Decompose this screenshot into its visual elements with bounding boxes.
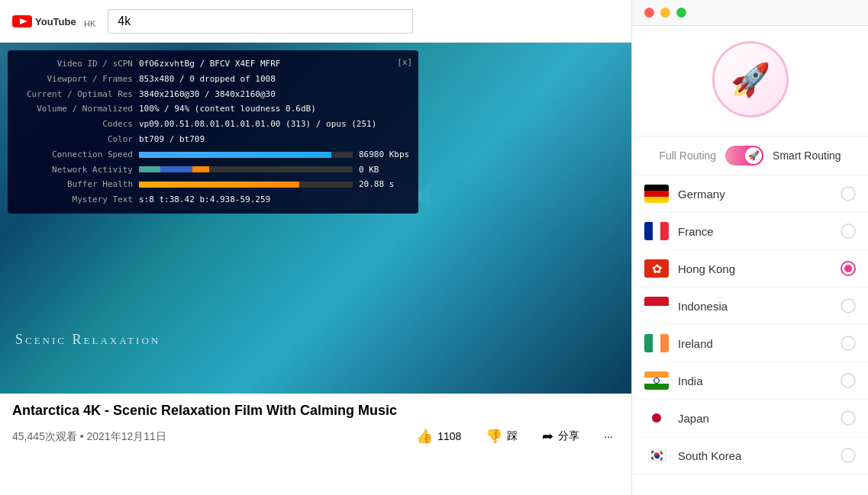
country-item-japan[interactable]: Japan — [632, 400, 868, 437]
stats-value-volume: 100% / 94% (content loudness 0.6dB) — [139, 101, 316, 117]
radio-indonesia[interactable] — [841, 298, 856, 313]
stats-label-network: Network Activity — [17, 162, 139, 178]
radio-germany[interactable] — [841, 186, 856, 201]
conn-bar-fill — [139, 152, 331, 158]
country-name-hong-kong: Hong Kong — [678, 262, 831, 275]
rocket-icon: 🚀 — [731, 61, 770, 98]
country-name-indonesia: Indonesia — [678, 300, 831, 313]
window-controls — [632, 0, 868, 26]
stats-label-connspeed: Connection Speed — [17, 147, 139, 162]
flag-hong-kong: ✿ — [644, 259, 669, 278]
routing-toggle[interactable]: 🚀 — [725, 146, 763, 166]
flag-germany — [644, 185, 669, 203]
scenic-relaxation-logo: Scenic Relaxation — [15, 332, 160, 348]
network-bar-bg — [139, 166, 353, 172]
stats-row-codecs: Codecs vp09.00.51.08.01.01.01.01.00 (313… — [17, 117, 409, 132]
stats-row-connspeed: Connection Speed 86980 Kbps — [17, 147, 409, 162]
stats-label-volume: Volume / Normalized — [17, 101, 139, 117]
more-button[interactable]: ··· — [598, 427, 619, 445]
conn-bar-bg — [139, 152, 353, 158]
flag-france — [644, 222, 669, 240]
routing-toggle-row: Full Routing 🚀 Smart Routing — [632, 137, 868, 175]
stats-close-btn[interactable]: [x] — [397, 55, 412, 70]
country-item-india[interactable]: India — [632, 362, 868, 400]
like-count: 1108 — [437, 430, 461, 442]
video-stats-overlay: [x] Video ID / sCPN 0fO6zxvhtBg / BFCV X… — [8, 50, 418, 214]
dislike-button[interactable]: 👎 踩 — [479, 425, 524, 448]
stats-row-mystery: Mystery Text s:8 t:38.42 b:4.938-59.259 — [17, 192, 409, 207]
radio-south-korea[interactable] — [841, 448, 856, 463]
video-meta: 45,445次观看 • 2021年12月11日 👍 1108 👎 踩 — [12, 425, 619, 448]
video-title: Antarctica 4K - Scenic Relaxation Film W… — [12, 403, 619, 419]
stats-value-viewport: 853x480 / 0 dropped of 1008 — [139, 72, 276, 87]
vpn-panel: 🚀 Full Routing 🚀 Smart Routing Germany F… — [631, 0, 868, 495]
stats-value-res: 3840x2160@30 / 3840x2160@30 — [139, 87, 276, 102]
country-name-germany: Germany — [678, 188, 831, 201]
stats-value-codecs: vp09.00.51.08.01.01.01.01.00 (313) / opu… — [139, 117, 376, 132]
country-item-south-korea[interactable]: 🇰🇷 South Korea — [632, 437, 868, 474]
radio-ireland[interactable] — [841, 336, 856, 351]
country-name-france: France — [678, 225, 831, 238]
stats-value-mystery: s:8 t:38.42 b:4.938-59.259 — [139, 192, 270, 207]
window-close-button[interactable] — [644, 8, 654, 18]
more-icon: ··· — [604, 430, 613, 442]
search-input[interactable] — [108, 9, 413, 34]
stats-label-mystery: Mystery Text — [17, 192, 139, 207]
share-label: 分享 — [558, 429, 579, 443]
thumbs-up-icon: 👍 — [416, 428, 433, 445]
stats-value-videoid: 0fO6zxvhtBg / BFCV X4EF MFRF — [139, 56, 280, 72]
radio-inner-hong-kong — [844, 265, 852, 272]
stats-row-buffer: Buffer Health 20.88 s — [17, 177, 409, 192]
youtube-panel: YouTube HK Scenic Relaxation [x] — [0, 0, 631, 495]
svg-text:YouTube: YouTube — [35, 16, 76, 27]
radio-india[interactable] — [841, 373, 856, 388]
country-item-france[interactable]: France — [632, 213, 868, 250]
flag-india — [644, 371, 669, 390]
stats-row-viewport: Viewport / Frames 853x480 / 0 dropped of… — [17, 72, 409, 87]
stats-label-buffer: Buffer Health — [17, 177, 139, 192]
flag-ireland — [644, 334, 669, 352]
stats-label-videoid: Video ID / sCPN — [17, 56, 139, 72]
country-item-germany[interactable]: Germany — [632, 175, 868, 213]
country-name-india: India — [678, 374, 831, 387]
stats-label-color: Color — [17, 132, 139, 147]
youtube-content: Scenic Relaxation [x] Video ID / sCPN 0f… — [0, 43, 631, 495]
stats-value-connspeed: 86980 Kbps — [139, 147, 409, 162]
video-views-date: 45,445次观看 • 2021年12月11日 — [12, 429, 166, 444]
network-bar: 0 KB — [139, 162, 379, 178]
radio-france[interactable] — [841, 223, 856, 239]
full-routing-label: Full Routing — [659, 149, 716, 162]
stats-value-network: 0 KB — [139, 162, 379, 178]
country-name-ireland: Ireland — [678, 337, 831, 350]
share-button[interactable]: ➦ 分享 — [536, 425, 586, 448]
window-minimize-button[interactable] — [660, 8, 670, 18]
conn-speed-bar: 86980 Kbps — [139, 147, 409, 162]
video-player[interactable]: Scenic Relaxation [x] Video ID / sCPN 0f… — [0, 43, 631, 394]
radio-japan[interactable] — [841, 410, 856, 426]
country-list: Germany France ✿ Hong Kong Indonesia — [632, 175, 868, 495]
buffer-bar-bg — [139, 182, 353, 188]
buffer-bar: 20.88 s — [139, 177, 394, 192]
youtube-logo: YouTube HK — [12, 14, 95, 29]
toggle-rocket-icon: 🚀 — [748, 150, 760, 161]
vpn-logo-area: 🚀 — [632, 26, 868, 137]
toggle-knob: 🚀 — [745, 147, 762, 164]
radio-hong-kong[interactable] — [841, 261, 856, 276]
youtube-logo-svg: YouTube — [12, 14, 81, 29]
country-item-ireland[interactable]: Ireland — [632, 325, 868, 362]
country-name-south-korea: South Korea — [678, 449, 831, 462]
youtube-header: YouTube HK — [0, 0, 631, 43]
like-button[interactable]: 👍 1108 — [410, 425, 467, 448]
stats-label-viewport: Viewport / Frames — [17, 72, 139, 87]
stats-label-codecs: Codecs — [17, 117, 139, 132]
smart-routing-label: Smart Routing — [773, 149, 841, 162]
flag-south-korea: 🇰🇷 — [644, 446, 669, 464]
vpn-logo-circle: 🚀 — [712, 41, 789, 117]
video-info: Antarctica 4K - Scenic Relaxation Film W… — [0, 394, 631, 454]
youtube-region: HK — [84, 19, 95, 28]
thumbs-down-icon: 👎 — [486, 428, 502, 445]
country-item-indonesia[interactable]: Indonesia — [632, 288, 868, 325]
country-item-hong-kong[interactable]: ✿ Hong Kong — [632, 250, 868, 288]
country-name-japan: Japan — [678, 412, 831, 425]
window-maximize-button[interactable] — [676, 8, 686, 18]
